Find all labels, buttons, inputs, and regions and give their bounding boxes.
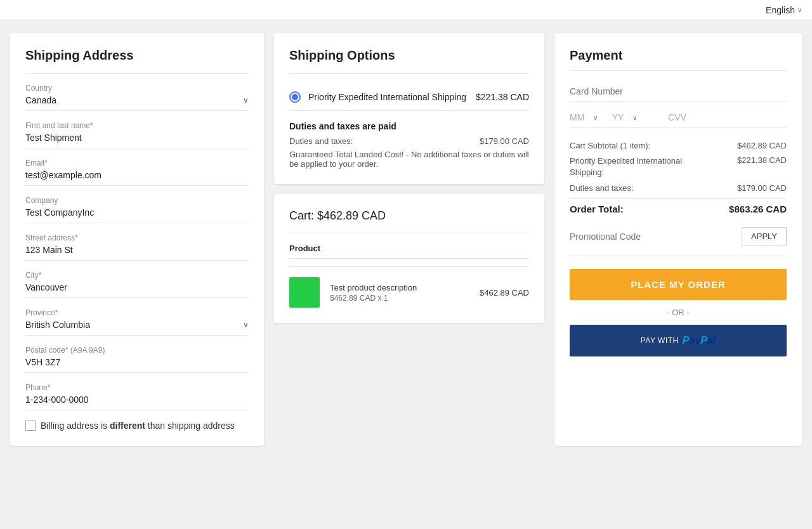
cart-subtotal-value: $462.89 CAD — [737, 141, 787, 150]
duties-title: Duties and taxes are paid — [289, 121, 529, 131]
yy-separator — [642, 113, 663, 122]
country-field: Canada — [25, 95, 249, 111]
payment-panel: Payment MM ∨ YY ∨ CVV — [554, 33, 802, 446]
city-field-group: City* Vancouver — [25, 271, 249, 298]
order-total-label: Order Total: — [570, 204, 624, 214]
payment-title: Payment — [570, 48, 787, 63]
mm-select[interactable]: MM — [570, 112, 598, 122]
postal-value: V5H 3Z7 — [25, 357, 249, 373]
promo-row: APPLY — [570, 227, 787, 256]
phone-value: 1-234-000-0000 — [25, 395, 249, 410]
postal-label: Postal code* (A9A 9A9) — [25, 346, 249, 355]
paypal-pay-with-label: PAY WITH — [641, 336, 679, 345]
shipping-address-title: Shipping Address — [25, 48, 249, 63]
city-label: City* — [25, 271, 249, 280]
phone-label: Phone* — [25, 383, 249, 392]
name-field-group: First and last name* Test Shipment — [25, 121, 249, 148]
radio-inner — [292, 94, 298, 100]
paypal-logo: PayPal — [683, 335, 716, 346]
street-label: Street address* — [25, 233, 249, 242]
shipping-option-price: $221.38 CAD — [476, 92, 529, 102]
place-order-button[interactable]: PLACE MY ORDER — [570, 269, 787, 300]
yy-select-wrapper: YY ∨ — [612, 112, 637, 122]
email-field-group: Email* test@example.com — [25, 159, 249, 186]
province-field-group: Province* British Columbia — [25, 308, 249, 336]
cart-panel: Cart: $462.89 CAD Product Test product d… — [274, 194, 544, 323]
duties-note: Guaranteed Total Landed Cost! - No addit… — [289, 150, 529, 169]
radio-selected-icon — [289, 91, 301, 103]
product-name: Test product description — [330, 283, 469, 292]
apply-button[interactable]: APPLY — [742, 227, 787, 245]
billing-checkbox-row: Billing address is different than shippi… — [25, 421, 249, 431]
country-label: Country — [25, 84, 249, 93]
name-label: First and last name* — [25, 121, 249, 130]
name-value: Test Shipment — [25, 133, 249, 148]
top-bar: English ∨ — [0, 0, 812, 20]
country-select-wrapper: Canada — [25, 95, 249, 105]
duties-summary-value: $179.00 CAD — [737, 183, 787, 193]
yy-select[interactable]: YY — [612, 112, 637, 122]
mm-select-wrapper: MM ∨ — [570, 112, 598, 122]
shipping-summary-value: $221.38 CAD — [737, 155, 787, 165]
province-select-wrapper: British Columbia — [25, 320, 249, 330]
cvv-placeholder: CVV — [668, 112, 787, 122]
country-select[interactable]: Canada — [25, 95, 249, 105]
promo-input[interactable] — [570, 227, 737, 245]
company-field-group: Company Test CompanyInc — [25, 196, 249, 223]
language-label: English — [766, 5, 795, 15]
product-price: $462.89 CAD — [480, 288, 529, 297]
card-number-input[interactable] — [570, 81, 787, 102]
order-total-value: $863.26 CAD — [729, 204, 787, 214]
duties-value: $179.00 CAD — [480, 136, 529, 146]
company-label: Company — [25, 196, 249, 205]
mm-separator — [603, 113, 607, 122]
billing-label: Billing address is different than shippi… — [41, 421, 235, 431]
province-label: Province* — [25, 308, 249, 317]
duties-box: Duties and taxes are paid Duties and tax… — [289, 121, 529, 169]
product-info: Test product description $462.89 CAD x 1 — [330, 283, 469, 303]
chevron-down-icon: ∨ — [797, 6, 802, 13]
product-price-detail: $462.89 CAD x 1 — [330, 294, 469, 303]
province-field: British Columbia — [25, 320, 249, 336]
paypal-button[interactable]: PAY WITH PayPal — [570, 325, 787, 356]
order-total-row: Order Total: $863.26 CAD — [570, 198, 787, 214]
or-divider: - OR - — [570, 308, 787, 317]
postal-field-group: Postal code* (A9A 9A9) V5H 3Z7 — [25, 346, 249, 373]
cart-table-header: Product — [289, 244, 529, 259]
billing-different-checkbox[interactable] — [25, 421, 36, 431]
street-field-group: Street address* 123 Main St — [25, 233, 249, 261]
cart-subtotal-label: Cart Subtotal (1 item): — [570, 141, 650, 150]
company-value: Test CompanyInc — [25, 207, 249, 223]
card-expiry-row: MM ∨ YY ∨ CVV — [570, 112, 787, 128]
duties-label: Duties and taxes: — [289, 136, 353, 146]
shipping-summary-label: Priority Expedited International Shippin… — [570, 155, 697, 178]
cart-title: Cart: $462.89 CAD — [289, 209, 529, 223]
shipping-options-panel: Shipping Options Priority Expedited Inte… — [274, 33, 544, 184]
duties-summary-row: Duties and taxes: $179.00 CAD — [570, 183, 787, 193]
center-column: Shipping Options Priority Expedited Inte… — [274, 33, 544, 446]
phone-field-group: Phone* 1-234-000-0000 — [25, 383, 249, 410]
email-value: test@example.com — [25, 170, 249, 186]
country-field-group: Country Canada — [25, 84, 249, 111]
duties-row: Duties and taxes: $179.00 CAD — [289, 136, 529, 146]
province-select[interactable]: British Columbia — [25, 320, 249, 330]
city-value: Vancouver — [25, 282, 249, 298]
language-selector[interactable]: English ∨ — [766, 5, 802, 15]
street-value: 123 Main St — [25, 245, 249, 261]
shipping-option-item[interactable]: Priority Expedited International Shippin… — [289, 84, 529, 111]
product-thumbnail — [289, 277, 320, 308]
shipping-option-name: Priority Expedited International Shippin… — [308, 92, 468, 102]
duties-summary-label: Duties and taxes: — [570, 183, 633, 193]
main-content: Shipping Address Country Canada First an… — [0, 20, 812, 459]
email-label: Email* — [25, 159, 249, 167]
shipping-summary-row: Priority Expedited International Shippin… — [570, 155, 787, 178]
shipping-address-panel: Shipping Address Country Canada First an… — [10, 33, 264, 446]
cart-subtotal-row: Cart Subtotal (1 item): $462.89 CAD — [570, 141, 787, 150]
cart-item: Test product description $462.89 CAD x 1… — [289, 277, 529, 308]
shipping-options-title: Shipping Options — [289, 48, 529, 63]
